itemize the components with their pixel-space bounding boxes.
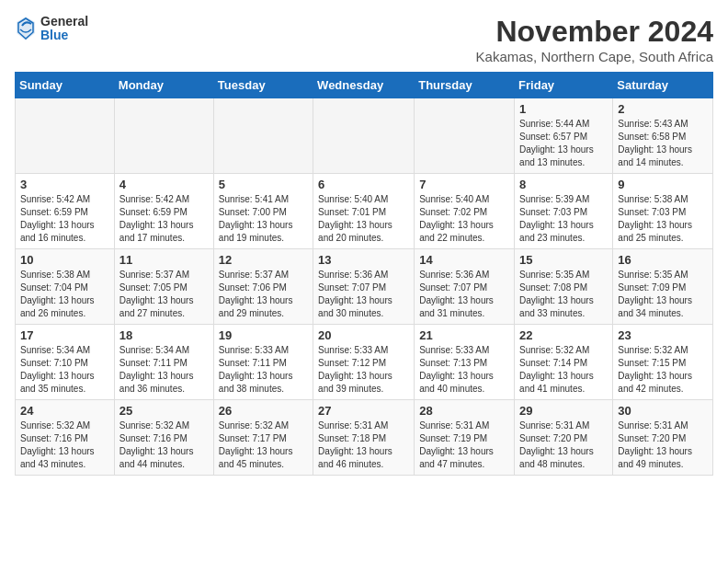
calendar-cell: 20Sunrise: 5:33 AM Sunset: 7:12 PM Dayli… <box>313 325 415 400</box>
day-number: 30 <box>618 404 708 418</box>
day-info: Sunrise: 5:38 AM Sunset: 7:04 PM Dayligh… <box>20 269 109 320</box>
col-header-friday: Friday <box>515 73 613 98</box>
calendar-cell: 6Sunrise: 5:40 AM Sunset: 7:01 PM Daylig… <box>313 174 415 249</box>
day-number: 6 <box>318 178 409 191</box>
day-info: Sunrise: 5:37 AM Sunset: 7:06 PM Dayligh… <box>219 269 308 320</box>
day-info: Sunrise: 5:33 AM Sunset: 7:11 PM Dayligh… <box>219 344 308 396</box>
day-number: 14 <box>419 253 509 267</box>
calendar-cell: 22Sunrise: 5:32 AM Sunset: 7:14 PM Dayli… <box>515 325 613 400</box>
day-info: Sunrise: 5:40 AM Sunset: 7:01 PM Dayligh… <box>318 193 409 245</box>
day-number: 9 <box>618 178 708 191</box>
calendar-cell: 18Sunrise: 5:34 AM Sunset: 7:11 PM Dayli… <box>114 325 213 400</box>
day-number: 29 <box>519 404 608 418</box>
day-number: 20 <box>318 328 409 342</box>
calendar-cell: 19Sunrise: 5:33 AM Sunset: 7:11 PM Dayli… <box>213 325 313 400</box>
day-number: 16 <box>618 253 708 267</box>
day-number: 26 <box>219 404 308 418</box>
day-info: Sunrise: 5:34 AM Sunset: 7:11 PM Dayligh… <box>119 344 209 396</box>
day-number: 22 <box>519 328 608 342</box>
calendar-header-row: SundayMondayTuesdayWednesdayThursdayFrid… <box>16 73 713 98</box>
calendar-cell: 10Sunrise: 5:38 AM Sunset: 7:04 PM Dayli… <box>16 249 115 325</box>
day-info: Sunrise: 5:33 AM Sunset: 7:13 PM Dayligh… <box>419 344 509 396</box>
day-number: 11 <box>119 253 209 267</box>
day-number: 4 <box>119 178 209 191</box>
day-info: Sunrise: 5:40 AM Sunset: 7:02 PM Dayligh… <box>419 193 509 245</box>
col-header-thursday: Thursday <box>415 73 515 98</box>
title-block: November 2024 Kakamas, Northern Cape, So… <box>476 15 713 64</box>
day-info: Sunrise: 5:42 AM Sunset: 6:59 PM Dayligh… <box>119 193 209 245</box>
day-info: Sunrise: 5:34 AM Sunset: 7:10 PM Dayligh… <box>20 344 109 396</box>
day-info: Sunrise: 5:36 AM Sunset: 7:07 PM Dayligh… <box>318 269 409 320</box>
col-header-saturday: Saturday <box>613 73 713 98</box>
day-number: 17 <box>20 328 109 342</box>
page-header: General Blue November 2024 Kakamas, Nort… <box>15 15 713 64</box>
day-info: Sunrise: 5:31 AM Sunset: 7:18 PM Dayligh… <box>318 419 409 471</box>
calendar-cell: 23Sunrise: 5:32 AM Sunset: 7:15 PM Dayli… <box>613 325 713 400</box>
day-info: Sunrise: 5:32 AM Sunset: 7:16 PM Dayligh… <box>119 419 209 471</box>
svg-marker-0 <box>17 17 35 40</box>
day-info: Sunrise: 5:44 AM Sunset: 6:57 PM Dayligh… <box>519 118 608 169</box>
day-info: Sunrise: 5:43 AM Sunset: 6:58 PM Dayligh… <box>618 118 708 169</box>
calendar-cell: 15Sunrise: 5:35 AM Sunset: 7:08 PM Dayli… <box>515 249 613 325</box>
logo: General Blue <box>15 15 88 43</box>
calendar-cell: 12Sunrise: 5:37 AM Sunset: 7:06 PM Dayli… <box>213 249 313 325</box>
logo-text: General Blue <box>40 15 88 43</box>
day-number: 28 <box>419 404 509 418</box>
day-number: 3 <box>20 178 109 191</box>
calendar-cell: 26Sunrise: 5:32 AM Sunset: 7:17 PM Dayli… <box>213 400 313 476</box>
day-number: 7 <box>419 178 509 191</box>
calendar-table: SundayMondayTuesdayWednesdayThursdayFrid… <box>15 72 713 476</box>
calendar-cell: 1Sunrise: 5:44 AM Sunset: 6:57 PM Daylig… <box>515 98 613 174</box>
day-info: Sunrise: 5:38 AM Sunset: 7:03 PM Dayligh… <box>618 193 708 245</box>
calendar-week-row: 3Sunrise: 5:42 AM Sunset: 6:59 PM Daylig… <box>16 174 713 249</box>
day-info: Sunrise: 5:33 AM Sunset: 7:12 PM Dayligh… <box>318 344 409 396</box>
logo-icon <box>15 15 37 42</box>
calendar-cell: 7Sunrise: 5:40 AM Sunset: 7:02 PM Daylig… <box>415 174 515 249</box>
calendar-cell: 2Sunrise: 5:43 AM Sunset: 6:58 PM Daylig… <box>613 98 713 174</box>
day-number: 1 <box>519 102 608 116</box>
day-info: Sunrise: 5:35 AM Sunset: 7:09 PM Dayligh… <box>618 269 708 320</box>
day-number: 21 <box>419 328 509 342</box>
day-info: Sunrise: 5:32 AM Sunset: 7:15 PM Dayligh… <box>618 344 708 396</box>
calendar-week-row: 17Sunrise: 5:34 AM Sunset: 7:10 PM Dayli… <box>16 325 713 400</box>
location-subtitle: Kakamas, Northern Cape, South Africa <box>476 49 713 64</box>
calendar-cell <box>313 98 415 174</box>
calendar-cell: 11Sunrise: 5:37 AM Sunset: 7:05 PM Dayli… <box>114 249 213 325</box>
day-number: 24 <box>20 404 109 418</box>
day-number: 18 <box>119 328 209 342</box>
col-header-wednesday: Wednesday <box>313 73 415 98</box>
calendar-cell <box>114 98 213 174</box>
day-info: Sunrise: 5:31 AM Sunset: 7:20 PM Dayligh… <box>519 419 608 471</box>
calendar-cell <box>213 98 313 174</box>
calendar-cell: 8Sunrise: 5:39 AM Sunset: 7:03 PM Daylig… <box>515 174 613 249</box>
day-number: 27 <box>318 404 409 418</box>
calendar-cell: 24Sunrise: 5:32 AM Sunset: 7:16 PM Dayli… <box>16 400 115 476</box>
day-info: Sunrise: 5:32 AM Sunset: 7:17 PM Dayligh… <box>219 419 308 471</box>
calendar-cell: 5Sunrise: 5:41 AM Sunset: 7:00 PM Daylig… <box>213 174 313 249</box>
calendar-cell <box>16 98 115 174</box>
calendar-cell: 29Sunrise: 5:31 AM Sunset: 7:20 PM Dayli… <box>515 400 613 476</box>
logo-blue-text: Blue <box>40 29 88 42</box>
calendar-cell: 17Sunrise: 5:34 AM Sunset: 7:10 PM Dayli… <box>16 325 115 400</box>
day-info: Sunrise: 5:42 AM Sunset: 6:59 PM Dayligh… <box>20 193 109 245</box>
day-number: 13 <box>318 253 409 267</box>
day-number: 2 <box>618 102 708 116</box>
calendar-cell: 13Sunrise: 5:36 AM Sunset: 7:07 PM Dayli… <box>313 249 415 325</box>
logo-general-text: General <box>40 15 88 29</box>
day-info: Sunrise: 5:37 AM Sunset: 7:05 PM Dayligh… <box>119 269 209 320</box>
day-number: 5 <box>219 178 308 191</box>
col-header-monday: Monday <box>114 73 213 98</box>
calendar-cell: 25Sunrise: 5:32 AM Sunset: 7:16 PM Dayli… <box>114 400 213 476</box>
day-info: Sunrise: 5:32 AM Sunset: 7:14 PM Dayligh… <box>519 344 608 396</box>
calendar-week-row: 1Sunrise: 5:44 AM Sunset: 6:57 PM Daylig… <box>16 98 713 174</box>
calendar-week-row: 24Sunrise: 5:32 AM Sunset: 7:16 PM Dayli… <box>16 400 713 476</box>
calendar-cell: 27Sunrise: 5:31 AM Sunset: 7:18 PM Dayli… <box>313 400 415 476</box>
col-header-tuesday: Tuesday <box>213 73 313 98</box>
day-info: Sunrise: 5:39 AM Sunset: 7:03 PM Dayligh… <box>519 193 608 245</box>
calendar-cell: 14Sunrise: 5:36 AM Sunset: 7:07 PM Dayli… <box>415 249 515 325</box>
day-number: 10 <box>20 253 109 267</box>
day-info: Sunrise: 5:32 AM Sunset: 7:16 PM Dayligh… <box>20 419 109 471</box>
col-header-sunday: Sunday <box>16 73 115 98</box>
calendar-cell: 30Sunrise: 5:31 AM Sunset: 7:20 PM Dayli… <box>613 400 713 476</box>
day-info: Sunrise: 5:41 AM Sunset: 7:00 PM Dayligh… <box>219 193 308 245</box>
